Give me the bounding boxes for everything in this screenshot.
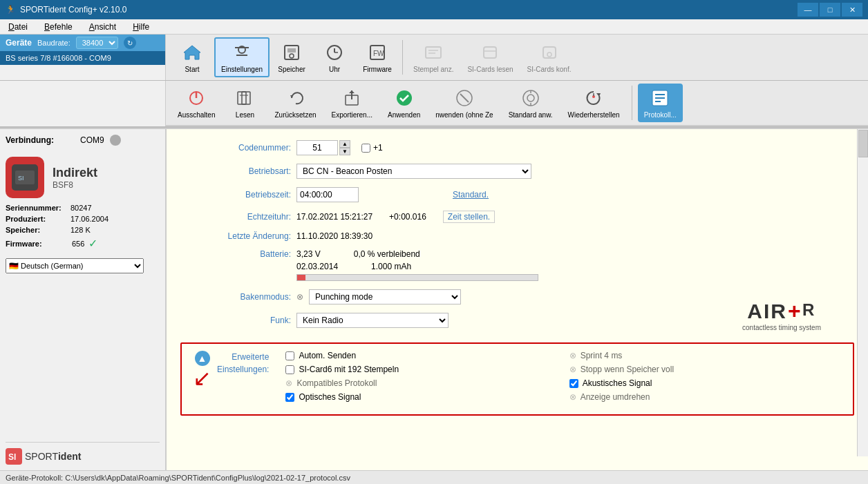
device-name-area: Indirekt BSF8	[53, 166, 97, 190]
echtzeituhr-offset: +0:00.016	[389, 212, 426, 222]
sidebar-spacer	[0, 81, 166, 126]
standard-button[interactable]: Standard.	[453, 190, 489, 200]
sidebar: Verbindung: COM9 SI Indirekt	[0, 129, 166, 470]
air-logo: AIR + R contactless timing system	[737, 292, 827, 337]
batterie-row: Batterie: 3,23 V 0,0 % verbleibend	[180, 249, 854, 259]
svg-text:R: R	[802, 300, 814, 318]
geraete-bar: Geräte Baudrate: 38400 ↻	[0, 35, 165, 51]
lesen-icon	[234, 87, 256, 109]
codenummer-spinner-btns: ▲ ▼	[339, 140, 350, 155]
funk-select[interactable]: Kein Radio	[296, 313, 449, 328]
checkbox-optisches[interactable]	[285, 393, 294, 402]
menu-hilfe[interactable]: Hilfe	[130, 21, 152, 33]
checkbox-anzeige-label: ⊗ Anzeige umdrehen	[569, 392, 842, 402]
toolbar-speicher[interactable]: Speicher	[271, 38, 312, 77]
sportident-logo: SI SPORTident	[6, 442, 160, 465]
checkbox-autom-senden[interactable]	[285, 351, 294, 360]
menu-datei[interactable]: Datei	[6, 21, 30, 33]
battery-fill	[297, 275, 305, 280]
svg-point-28	[397, 90, 412, 106]
checkbox-kompatibles-label: ⊗ Kompatibles Protokoll	[285, 378, 558, 388]
air-text-group: AIR + R	[747, 298, 815, 324]
toolbar-sicards-konf: SI-Cards konf.	[521, 38, 578, 77]
air-plus: +	[788, 298, 801, 324]
toolbar-einstellungen[interactable]: Einstellungen	[214, 37, 270, 77]
optisches-text: Optisches Signal	[299, 392, 361, 402]
plus1-label: +1	[373, 143, 383, 153]
close-button[interactable]: ✕	[842, 3, 862, 17]
codenummer-down[interactable]: ▼	[339, 148, 350, 155]
toolbar-protokoll[interactable]: Protokoll...	[638, 84, 683, 122]
scrollbar-track[interactable]	[857, 129, 868, 456]
betriebsart-label: Betriebsart:	[180, 166, 291, 176]
scrollbar-thumb[interactable]	[858, 130, 868, 157]
settings-icon	[231, 41, 253, 64]
title-bar-controls[interactable]: — □ ✕	[798, 3, 862, 17]
toolbar-zuruecksetzen[interactable]: Zurücksetzen	[268, 84, 322, 122]
betriebsart-select[interactable]: BC CN - Beacon Posten	[296, 164, 531, 179]
toolbar-lesen[interactable]: Lesen	[224, 84, 265, 122]
toolbar-anwenden-ohne-label: nwenden (ohne Ze	[435, 111, 493, 119]
codenummer-up[interactable]: ▲	[339, 140, 350, 148]
svg-point-32	[527, 95, 534, 101]
toolbar-anwenden-ohne[interactable]: nwenden (ohne Ze	[429, 84, 499, 122]
top-toolbar: Start Einstellungen	[166, 35, 868, 80]
svg-line-30	[460, 94, 469, 102]
speicher-icon	[281, 41, 303, 64]
codenummer-input[interactable]	[296, 140, 338, 155]
firmware-icon: FW	[366, 41, 388, 64]
checkbox-autom-senden-label: Autom. Senden	[285, 351, 558, 360]
toolbar-start-label: Start	[185, 66, 199, 73]
bakenmodus-x-icon[interactable]: ⊗	[296, 292, 303, 302]
checkbox-si-card6[interactable]	[285, 365, 294, 374]
toolbar-wiederherstellen[interactable]: Wiederherstellen	[562, 84, 626, 122]
checkbox-akustisches[interactable]	[569, 379, 578, 388]
toolbar-separator-2	[632, 86, 632, 120]
toolbar-zuruecksetzen-label: Zurücksetzen	[274, 111, 316, 119]
toolbar-stempel-label: Stempel anz.	[413, 66, 453, 73]
serial-label: Seriennummer:	[6, 204, 68, 212]
echtzeituhr-value: 17.02.2021 15:21:27	[296, 212, 372, 222]
toolbar-uhr[interactable]: Uhr	[314, 38, 355, 77]
firmware-row: Firmware: 656 ✓	[6, 237, 160, 250]
title-bar: 🏃 SPORTident Config+ v2.10.0 — □ ✕	[0, 0, 868, 19]
advanced-header: ▲ ↖ ErweiterteEinstellungen:	[193, 351, 842, 402]
toolbar-start[interactable]: Start	[171, 38, 213, 77]
letzte-aenderung-value: 11.10.2020 18:39:30	[296, 231, 372, 241]
baud-selector[interactable]: 38400	[76, 37, 118, 49]
toolbar-uhr-label: Uhr	[329, 66, 340, 73]
bakenmodus-select[interactable]: Punching mode	[309, 289, 461, 304]
maximize-button[interactable]: □	[820, 3, 840, 17]
toolbar-exportieren[interactable]: Exportieren...	[326, 84, 379, 122]
geraete-title: Geräte	[6, 38, 32, 48]
toolbar-anwenden[interactable]: Anwenden	[381, 84, 426, 122]
menu-ansicht[interactable]: Ansicht	[86, 21, 119, 33]
betriebszeit-input[interactable]	[296, 187, 359, 202]
zeit-stellen-button[interactable]: Zeit stellen.	[443, 211, 495, 223]
menu-befehle[interactable]: Befehle	[41, 21, 75, 33]
language-selector[interactable]: 🇩🇪 Deutsch (German)	[6, 258, 144, 273]
toolbar-einstellungen-label: Einstellungen	[221, 66, 263, 73]
device-info: SI Indirekt BSF8	[6, 157, 160, 198]
toolbar-sicards-konf-label: SI-Cards konf.	[527, 66, 572, 73]
geraete-column: Geräte Baudrate: 38400 ↻ BS series 7/8 #…	[0, 35, 166, 80]
main-container: Geräte Baudrate: 38400 ↻ BS series 7/8 #…	[0, 35, 868, 484]
plus1-checkbox[interactable]	[361, 144, 370, 153]
toolbar-ausschalten-label: Ausschalten	[178, 111, 215, 119]
batterie-row2: 02.03.2014 1.000 mAh	[180, 262, 854, 271]
refresh-button[interactable]: ↻	[124, 37, 136, 49]
advanced-up-button[interactable]: ▲	[195, 351, 210, 366]
menu-bar: Datei Befehle Ansicht Hilfe	[0, 19, 868, 35]
device-selected[interactable]: BS series 7/8 #166008 - COM9	[0, 51, 165, 65]
anzeige-text: Anzeige umdrehen	[581, 392, 650, 402]
toolbar-ausschalten[interactable]: Ausschalten	[171, 84, 221, 122]
connection-row: Verbindung: COM9	[6, 135, 160, 146]
toolbar-standard[interactable]: Standard anw.	[502, 84, 559, 122]
toolbar-firmware[interactable]: FW Firmware	[357, 38, 398, 77]
codenummer-label: Codenummer:	[180, 143, 291, 153]
battery-bar	[296, 274, 538, 281]
anwenden-icon	[393, 87, 415, 109]
batterie-bar-row	[180, 274, 854, 281]
minimize-button[interactable]: —	[798, 3, 818, 17]
betriebsart-row: Betriebsart: BC CN - Beacon Posten	[180, 164, 854, 179]
